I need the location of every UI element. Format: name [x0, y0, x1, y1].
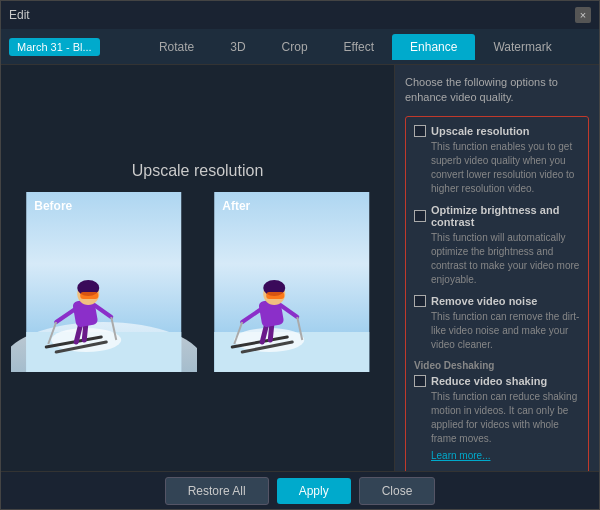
enhance-options-section: Upscale resolution This function enables…	[405, 116, 589, 471]
after-video: After	[199, 192, 385, 372]
upscale-option: Upscale resolution This function enables…	[414, 125, 580, 196]
edit-window: Edit × March 31 - Bl... Rotate 3D Crop E…	[0, 0, 600, 510]
preview-panel: Upscale resolution	[1, 65, 394, 471]
deshaking-row: Reduce video shaking	[414, 375, 580, 387]
nav-tabs: Rotate 3D Crop Effect Enhance Watermark	[120, 34, 591, 60]
learn-more-link[interactable]: Learn more...	[414, 450, 580, 461]
upscale-desc: This function enables you to get superb …	[414, 140, 580, 196]
options-panel: Choose the following options to enhance …	[394, 65, 599, 471]
options-intro: Choose the following options to enhance …	[405, 75, 589, 106]
upscale-checkbox[interactable]	[414, 125, 426, 137]
window-title: Edit	[9, 8, 30, 22]
upscale-label: Upscale resolution	[431, 125, 529, 137]
deshaking-header: Video Deshaking	[414, 360, 580, 371]
deshaking-desc: This function can reduce shaking motion …	[414, 390, 580, 446]
tab-3d[interactable]: 3D	[212, 34, 263, 60]
upscale-row: Upscale resolution	[414, 125, 580, 137]
brightness-desc: This function will automatically optimiz…	[414, 231, 580, 287]
main-content: Upscale resolution	[1, 65, 599, 471]
noise-desc: This function can remove the dirt-like v…	[414, 310, 580, 352]
brightness-label: Optimize brightness and contrast	[431, 204, 580, 228]
tab-bar: March 31 - Bl... Rotate 3D Crop Effect E…	[1, 29, 599, 65]
deshaking-option: Reduce video shaking This function can r…	[414, 375, 580, 461]
svg-rect-31	[266, 292, 284, 299]
noise-checkbox[interactable]	[414, 295, 426, 307]
noise-option: Remove video noise This function can rem…	[414, 295, 580, 352]
tab-effect[interactable]: Effect	[326, 34, 392, 60]
restore-all-button[interactable]: Restore All	[165, 477, 269, 505]
svg-rect-15	[80, 292, 98, 299]
preview-title: Upscale resolution	[132, 162, 264, 180]
file-tag[interactable]: March 31 - Bl...	[9, 38, 100, 56]
brightness-checkbox[interactable]	[414, 210, 426, 222]
noise-label: Remove video noise	[431, 295, 537, 307]
brightness-option: Optimize brightness and contrast This fu…	[414, 204, 580, 287]
deshaking-checkbox[interactable]	[414, 375, 426, 387]
deshaking-label: Reduce video shaking	[431, 375, 547, 387]
tab-watermark[interactable]: Watermark	[475, 34, 569, 60]
svg-text:Before: Before	[34, 199, 72, 213]
tab-crop[interactable]: Crop	[264, 34, 326, 60]
before-panel: Before	[11, 192, 197, 375]
after-panel: After	[199, 192, 385, 375]
title-bar: Edit ×	[1, 1, 599, 29]
before-video: Before	[11, 192, 197, 372]
svg-text:After: After	[222, 199, 250, 213]
brightness-row: Optimize brightness and contrast	[414, 204, 580, 228]
close-button[interactable]: Close	[359, 477, 436, 505]
tab-rotate[interactable]: Rotate	[141, 34, 212, 60]
noise-row: Remove video noise	[414, 295, 580, 307]
tab-enhance[interactable]: Enhance	[392, 34, 475, 60]
apply-button[interactable]: Apply	[277, 478, 351, 504]
bottom-bar: Restore All Apply Close	[1, 471, 599, 509]
close-window-button[interactable]: ×	[575, 7, 591, 23]
before-after-container: Before	[11, 192, 384, 375]
